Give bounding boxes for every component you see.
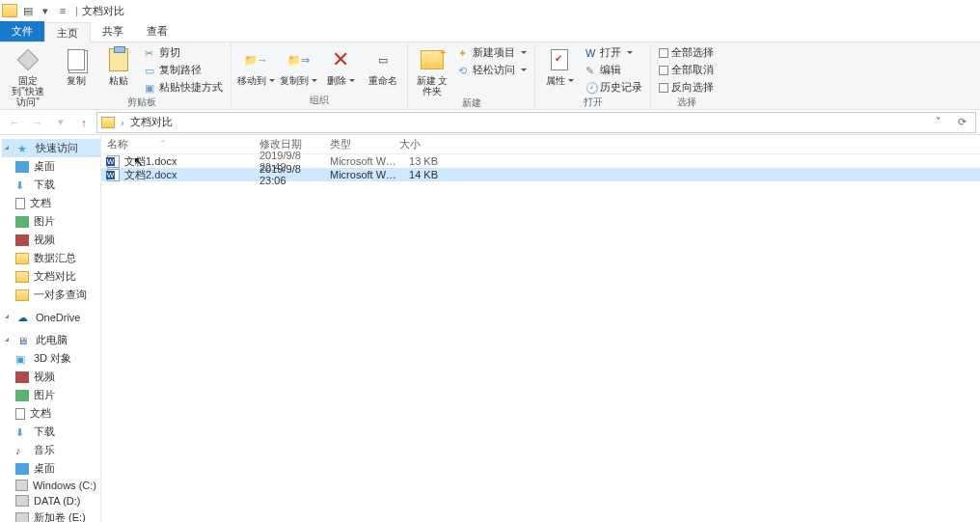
folder-icon <box>2 4 17 17</box>
tree-thispc[interactable]: 🖥此电脑 <box>2 331 100 349</box>
properties-button[interactable]: 属性 <box>539 44 580 86</box>
file-type: Microsoft Word ... <box>330 155 399 167</box>
breadcrumb-item[interactable]: 文档对比 <box>130 115 173 129</box>
address-bar: ← → ▾ ↑ 文档对比 ˅ ⟳ <box>0 110 980 135</box>
column-headers[interactable]: 名称 修改日期 类型 大小 <box>101 135 980 154</box>
file-row[interactable]: 文档2.docx 2019/9/8 23:06 Microsoft Word .… <box>101 168 980 181</box>
group-clipboard-label: 剪贴板 <box>127 96 156 109</box>
tree-quickaccess[interactable]: ★快速访问 <box>2 139 100 157</box>
pasteshortcut-button[interactable]: ▣粘贴快捷方式 <box>141 79 227 96</box>
tree-onedrive[interactable]: ☁OneDrive <box>2 310 100 325</box>
col-name[interactable]: 名称 <box>107 137 259 151</box>
qat-properties-icon[interactable]: ▤ <box>19 2 37 19</box>
tree-pictures[interactable]: 图片 <box>2 212 100 231</box>
title-divider: | <box>75 5 78 16</box>
tree-documents[interactable]: 文档 <box>2 194 100 212</box>
paste-button[interactable]: 粘贴 <box>98 44 139 86</box>
file-name: 文档2.docx <box>124 168 177 182</box>
edit-button[interactable]: ✎编辑 <box>582 62 646 78</box>
group-organize-label: 组织 <box>310 94 329 107</box>
delete-button[interactable]: ✕删除 <box>320 44 361 86</box>
tab-view[interactable]: 查看 <box>135 21 179 41</box>
tree-drive-e[interactable]: 新加卷 (E:) <box>2 508 100 522</box>
file-list[interactable]: 名称 修改日期 类型 大小 文档1.docx 2019/9/8 22:42 Mi… <box>101 135 980 522</box>
col-size[interactable]: 大小 <box>399 137 438 151</box>
address-dropdown-icon[interactable]: ˅ <box>929 116 948 128</box>
moveto-button[interactable]: 📁→移动到 <box>235 44 276 86</box>
tree-folder-data[interactable]: 数据汇总 <box>2 249 100 267</box>
nav-forward-button: → <box>27 112 48 133</box>
docx-icon <box>107 169 120 181</box>
navigation-tree[interactable]: ★快速访问 桌面 ⬇下载 文档 图片 视频 数据汇总 文档对比 一对多查询 ☁O… <box>0 135 101 522</box>
file-name: 文档1.docx <box>124 154 177 169</box>
tree-pc-documents[interactable]: 文档 <box>2 404 100 423</box>
file-size: 14 KB <box>399 169 438 180</box>
nav-back-button[interactable]: ← <box>4 112 25 133</box>
history-button[interactable]: 🕘历史记录 <box>582 79 646 96</box>
cut-button[interactable]: ✂剪切 <box>141 44 227 61</box>
tree-pc-videos[interactable]: 视频 <box>2 368 100 386</box>
tree-pc-desktop[interactable]: 桌面 <box>2 459 100 478</box>
selectinvert-button[interactable]: 反向选择 <box>655 79 718 96</box>
breadcrumb-sep <box>119 117 126 128</box>
ribbon-tabs: 文件 主页 共享 查看 <box>0 21 980 42</box>
tree-videos[interactable]: 视频 <box>2 231 100 249</box>
file-date: 2019/9/8 23:06 <box>259 163 330 186</box>
address-box[interactable]: 文档对比 ˅ ⟳ <box>96 112 976 133</box>
tree-folder-compare[interactable]: 文档对比 <box>2 267 100 286</box>
folder-icon <box>101 117 115 128</box>
refresh-icon[interactable]: ⟳ <box>952 116 971 128</box>
pin-quickaccess-button[interactable]: 固定到"快速访问" <box>8 44 48 107</box>
nav-up-button[interactable]: ↑ <box>73 112 95 133</box>
selectall-button[interactable]: 全部选择 <box>655 44 718 61</box>
open-button[interactable]: W打开 <box>582 44 646 61</box>
ribbon-body: 固定到"快速访问" 复制 粘贴 ✂剪切 ▭复制路径 ▣粘贴快捷方式 剪贴板 📁→… <box>0 42 980 110</box>
copypath-button[interactable]: ▭复制路径 <box>141 62 227 78</box>
group-select-label: 选择 <box>677 96 696 109</box>
nav-recent-button[interactable]: ▾ <box>50 112 71 133</box>
copyto-button[interactable]: 📁⇒复制到 <box>278 44 318 86</box>
sort-indicator-icon <box>132 139 165 151</box>
tree-downloads[interactable]: ⬇下载 <box>2 176 100 194</box>
file-size: 13 KB <box>399 155 438 167</box>
docx-icon <box>107 155 120 168</box>
group-open-label: 打开 <box>584 96 603 109</box>
rename-button[interactable]: ▭重命名 <box>363 44 403 86</box>
tree-pc-pictures[interactable]: 图片 <box>2 386 100 404</box>
selectnone-button[interactable]: 全部取消 <box>655 62 718 78</box>
file-row[interactable]: 文档1.docx 2019/9/8 22:42 Microsoft Word .… <box>101 154 980 168</box>
tree-pc-downloads[interactable]: ⬇下载 <box>2 423 100 441</box>
tree-drive-c[interactable]: Windows (C:) <box>2 478 100 493</box>
newitem-button[interactable]: ✦新建项目 <box>454 44 531 61</box>
easyaccess-button[interactable]: ⟲轻松访问 <box>454 62 531 78</box>
col-type[interactable]: 类型 <box>330 137 399 151</box>
group-new-label: 新建 <box>462 96 481 110</box>
qat-customize-icon[interactable]: ≡ <box>54 2 71 19</box>
window-title: 文档对比 <box>82 4 124 18</box>
copy-button[interactable]: 复制 <box>56 44 96 86</box>
qat-newfolder-icon[interactable]: ▾ <box>37 2 54 19</box>
tree-3dobjects[interactable]: ▣3D 对象 <box>2 349 100 368</box>
title-bar: ▤ ▾ ≡ | 文档对比 <box>0 0 980 21</box>
tab-share[interactable]: 共享 <box>91 21 135 41</box>
tree-pc-music[interactable]: ♪音乐 <box>2 441 100 459</box>
newfolder-button[interactable]: 新建 文件夹 <box>412 44 452 96</box>
tree-folder-query[interactable]: 一对多查询 <box>2 286 100 304</box>
tree-desktop[interactable]: 桌面 <box>2 157 100 176</box>
tab-home[interactable]: 主页 <box>44 22 91 42</box>
file-type: Microsoft Word ... <box>330 169 399 180</box>
tab-file[interactable]: 文件 <box>0 21 44 41</box>
tree-drive-d[interactable]: DATA (D:) <box>2 493 100 508</box>
